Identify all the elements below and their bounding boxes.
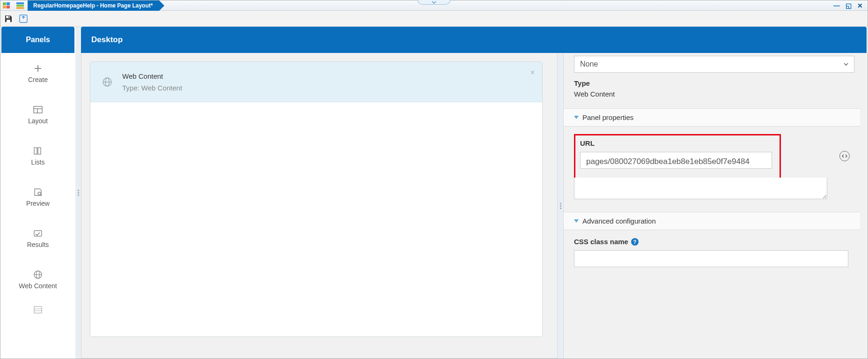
panels-list: Create Layout Lists Preview Results [1, 53, 74, 359]
document-tab-title: RegularHomepageHelp - Home Page Layout* [33, 2, 153, 9]
panel-properties-body: URL [564, 127, 860, 212]
splitter-right[interactable] [558, 53, 563, 359]
collapse-icon [574, 219, 579, 223]
advanced-body: CSS class name ? [564, 230, 860, 278]
svg-rect-0 [3, 2, 6, 5]
panels-header: Panels [1, 27, 74, 53]
widget-titles: Web Content Type: Web Content [122, 72, 182, 92]
panel-item-label: Preview [26, 200, 50, 207]
chevron-down-icon [843, 61, 849, 69]
maximize-button[interactable]: ◱ [846, 2, 852, 9]
section-panel-properties[interactable]: Panel properties [564, 108, 860, 127]
app-window: RegularHomepageHelp - Home Page Layout* … [0, 0, 868, 359]
app-menu-icon[interactable] [2, 2, 11, 9]
svg-rect-3 [7, 6, 10, 8]
widget-close-button[interactable]: × [530, 68, 535, 77]
titlebar-center-grip[interactable] [418, 0, 450, 5]
toolbar [0, 11, 868, 27]
widget-title: Web Content [122, 72, 182, 80]
extra-icon [33, 305, 43, 314]
type-value: Web Content [574, 90, 854, 98]
close-button[interactable]: ✕ [857, 2, 863, 9]
globe-icon [33, 270, 43, 279]
app-secondary-icon[interactable] [15, 2, 25, 9]
panel-item-layout[interactable]: Layout [1, 94, 74, 135]
workspace: Panels Create Layout Lists Preview [0, 27, 868, 359]
panel-item-results[interactable]: Results [1, 218, 74, 259]
section-title: Advanced configuration [582, 217, 656, 225]
svg-rect-8 [7, 20, 10, 22]
lists-icon [33, 146, 43, 156]
code-helper-button[interactable] [839, 151, 850, 161]
window-controls: — ◱ ✕ [833, 2, 868, 9]
main-header: Desktop [81, 27, 867, 53]
titlebar: RegularHomepageHelp - Home Page Layout* … [0, 0, 868, 11]
url-input[interactable] [580, 152, 772, 169]
svg-rect-2 [3, 6, 6, 8]
collapse-icon [574, 116, 579, 119]
css-class-label: CSS class name ? [574, 238, 850, 246]
help-icon[interactable]: ? [631, 238, 639, 246]
css-class-input[interactable] [574, 250, 848, 267]
results-icon [33, 229, 43, 238]
type-label: Type [574, 79, 854, 87]
main-column: Desktop Web Content Type: Web Content [81, 27, 868, 359]
panel-item-label: Lists [31, 158, 45, 166]
panel-item-create[interactable]: Create [1, 53, 74, 94]
icon-select-value: None [580, 60, 598, 68]
properties-scroll: None Type Web Content Panel properties [564, 53, 868, 359]
svg-rect-22 [34, 307, 42, 313]
preview-icon [33, 187, 43, 197]
canvas: Web Content Type: Web Content × [81, 53, 558, 359]
widget-subtitle: Type: Web Content [122, 84, 182, 92]
svg-rect-1 [7, 2, 10, 5]
panels-sidebar: Panels Create Layout Lists Preview [0, 27, 75, 359]
svg-rect-4 [16, 2, 24, 4]
svg-rect-18 [34, 231, 42, 236]
panel-item-lists[interactable]: Lists [1, 135, 74, 177]
globe-icon [101, 75, 114, 89]
panel-item-extra[interactable] [1, 300, 74, 319]
document-tab[interactable]: RegularHomepageHelp - Home Page Layout* [28, 0, 159, 11]
svg-rect-15 [38, 148, 41, 154]
url-highlight-box: URL [574, 134, 781, 179]
svg-rect-5 [16, 5, 24, 7]
svg-rect-9 [8, 16, 9, 18]
panel-item-preview[interactable]: Preview [1, 177, 74, 218]
widget-web-content[interactable]: Web Content Type: Web Content × [90, 61, 543, 337]
url-label: URL [580, 139, 775, 147]
icon-select[interactable]: None [574, 56, 854, 73]
svg-rect-14 [34, 148, 37, 154]
panel-item-webcontent[interactable]: Web Content [1, 259, 74, 300]
splitter-left[interactable] [75, 27, 81, 359]
refresh-button[interactable] [18, 14, 29, 24]
properties-panel: None Type Web Content Panel properties [563, 53, 868, 359]
main-body: Web Content Type: Web Content × None [81, 53, 868, 359]
svg-rect-11 [34, 106, 42, 113]
svg-rect-6 [16, 7, 24, 9]
plus-icon [33, 64, 43, 73]
panel-item-label: Results [27, 241, 49, 248]
widget-header: Web Content Type: Web Content × [90, 62, 542, 102]
panel-item-label: Layout [28, 117, 48, 125]
layout-icon [33, 105, 43, 114]
minimize-button[interactable]: — [833, 2, 840, 9]
save-button[interactable] [3, 14, 14, 24]
url-input-full[interactable] [574, 178, 827, 199]
section-advanced-configuration[interactable]: Advanced configuration [564, 212, 860, 230]
panel-item-label: Create [28, 76, 48, 83]
section-title: Panel properties [582, 113, 633, 121]
panel-item-label: Web Content [19, 282, 57, 290]
